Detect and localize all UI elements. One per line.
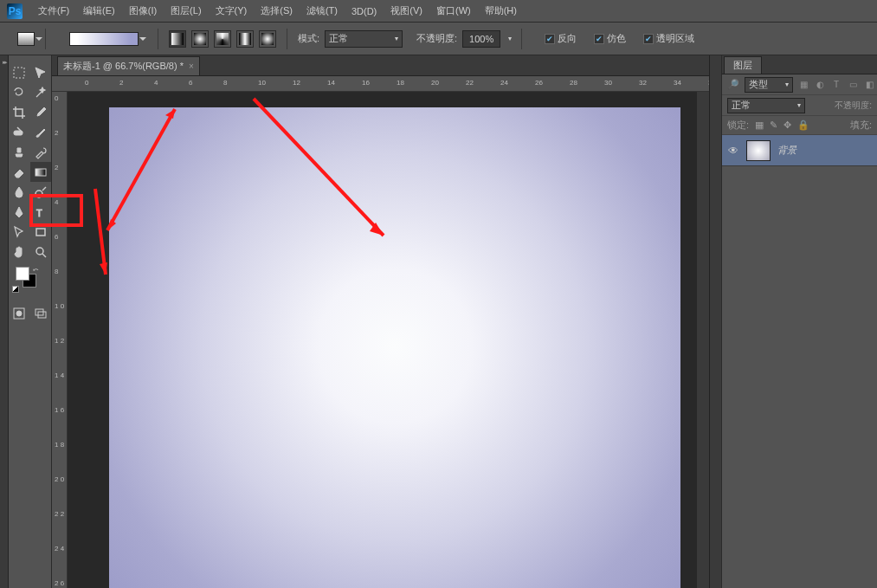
layer-thumbnail[interactable] xyxy=(746,140,771,161)
dodge-tool[interactable] xyxy=(30,182,52,202)
ruler-origin[interactable] xyxy=(52,76,68,92)
lock-move-icon[interactable]: ✥ xyxy=(783,120,791,131)
quick-mask-tool[interactable] xyxy=(9,303,30,323)
path-select-tool[interactable] xyxy=(9,222,30,242)
menu-help[interactable]: 帮助(H) xyxy=(478,1,524,21)
gradient-radial-button[interactable] xyxy=(191,30,209,48)
photoshop-logo-icon: Ps xyxy=(7,3,23,19)
menu-image[interactable]: 图像(I) xyxy=(122,1,164,21)
menu-filter[interactable]: 滤镜(T) xyxy=(300,1,345,21)
blend-mode-select[interactable]: 正常 xyxy=(325,30,403,48)
layer-filter-icons: ▦ ◐ T ▭ ◧ xyxy=(798,80,874,90)
menu-type[interactable]: 文字(Y) xyxy=(209,1,255,21)
right-panels: 图层 🔎 类型 ▦ ◐ T ▭ ◧ 正常 不透明度: 锁定: ▦ xyxy=(721,55,877,588)
history-brush-tool[interactable] xyxy=(30,142,52,162)
document-tab-title: 未标题-1 @ 66.7%(RGB/8) * xyxy=(63,60,184,73)
color-swatches[interactable]: ⤺ xyxy=(16,267,37,291)
eraser-tool[interactable] xyxy=(9,162,30,182)
rect-marquee-tool[interactable] xyxy=(9,62,30,82)
default-colors-icon[interactable] xyxy=(12,286,19,293)
diamond-gradient-icon xyxy=(261,33,274,45)
vertical-scrollbar[interactable] xyxy=(697,92,709,588)
options-bar: 模式: 正常 不透明度: 100% ✔反向 ✔仿色 ✔透明区域 xyxy=(0,23,877,55)
layer-opacity-label: 不透明度: xyxy=(835,100,872,112)
lock-all-icon[interactable]: 🔒 xyxy=(797,120,809,131)
spot-heal-tool[interactable] xyxy=(9,122,30,142)
mode-label: 模式: xyxy=(298,32,319,45)
gradient-picker[interactable] xyxy=(69,32,139,46)
layer-blend-select[interactable]: 正常 xyxy=(727,98,805,113)
lasso-tool[interactable] xyxy=(9,82,30,102)
gradient-tool[interactable] xyxy=(30,162,52,182)
filter-pixel-icon[interactable]: ▦ xyxy=(798,80,809,90)
svg-point-8 xyxy=(16,311,22,316)
blur-tool[interactable] xyxy=(9,182,30,202)
canvas-viewport[interactable] xyxy=(68,92,709,588)
horizontal-ruler[interactable]: 024681012141618202224262830323436 xyxy=(68,76,709,92)
zoom-tool[interactable] xyxy=(30,242,52,262)
filter-shape-icon[interactable]: ▭ xyxy=(848,80,858,90)
canvas[interactable] xyxy=(109,107,680,588)
svg-rect-2 xyxy=(35,169,46,176)
layer-row[interactable]: 👁 背景 xyxy=(722,135,877,166)
lock-brush-icon[interactable]: ✎ xyxy=(770,120,777,131)
document-tabs: 未标题-1 @ 66.7%(RGB/8) * × xyxy=(52,55,709,76)
document-area: 未标题-1 @ 66.7%(RGB/8) * × 0224681 01 21 4… xyxy=(52,55,709,588)
filter-type-icon[interactable]: T xyxy=(831,80,842,90)
filter-adjust-icon[interactable]: ◐ xyxy=(815,80,825,90)
layer-filter-select[interactable]: 类型 xyxy=(745,77,793,93)
close-tab-icon[interactable]: × xyxy=(189,61,194,71)
collapsed-panel-strip[interactable] xyxy=(0,55,9,588)
dither-checkbox[interactable]: ✔仿色 xyxy=(594,32,626,45)
menu-bar: Ps 文件(F) 编辑(E) 图像(I) 图层(L) 文字(Y) 选择(S) 滤… xyxy=(0,0,877,23)
crop-tool[interactable] xyxy=(9,102,30,122)
menu-edit[interactable]: 编辑(E) xyxy=(76,1,122,21)
svg-marker-17 xyxy=(100,262,107,275)
linear-gradient-icon xyxy=(171,33,184,45)
svg-text:T: T xyxy=(36,208,42,218)
gradient-angle-button[interactable] xyxy=(214,30,231,48)
filter-smart-icon[interactable]: ◧ xyxy=(864,80,874,90)
screen-mode-tool[interactable] xyxy=(30,303,52,323)
search-icon: 🔎 xyxy=(727,79,739,90)
document-tab[interactable]: 未标题-1 @ 66.7%(RGB/8) * × xyxy=(57,56,200,75)
clone-stamp-tool[interactable] xyxy=(9,142,30,162)
move-tool[interactable] xyxy=(30,62,52,82)
layer-name[interactable]: 背景 xyxy=(777,144,796,157)
opacity-input[interactable]: 100% xyxy=(462,30,500,48)
swap-colors-icon[interactable]: ⤺ xyxy=(33,266,39,274)
layers-panel-tab[interactable]: 图层 xyxy=(724,56,762,74)
menu-view[interactable]: 视图(V) xyxy=(384,1,429,21)
tools-panel: T ⤺ xyxy=(9,55,52,588)
brush-tool[interactable] xyxy=(30,122,52,142)
gradient-diamond-button[interactable] xyxy=(259,30,276,48)
transparency-checkbox[interactable]: ✔透明区域 xyxy=(643,32,694,45)
rectangle-tool[interactable] xyxy=(30,222,52,242)
type-tool[interactable]: T xyxy=(30,202,52,222)
svg-point-3 xyxy=(35,191,42,197)
foreground-color-swatch[interactable] xyxy=(16,267,29,281)
gradient-reflected-button[interactable] xyxy=(236,30,254,48)
magic-wand-tool[interactable] xyxy=(30,82,52,102)
pen-tool[interactable] xyxy=(9,202,30,222)
menu-layer[interactable]: 图层(L) xyxy=(164,1,208,21)
angle-gradient-icon xyxy=(216,33,229,45)
hand-tool[interactable] xyxy=(9,242,30,262)
svg-line-16 xyxy=(95,189,106,275)
reverse-checkbox[interactable]: ✔反向 xyxy=(545,32,577,45)
gradient-linear-button[interactable] xyxy=(169,30,186,48)
svg-rect-0 xyxy=(14,68,24,78)
lock-label: 锁定: xyxy=(727,119,749,132)
panel-dock-strip[interactable] xyxy=(709,55,721,588)
svg-point-6 xyxy=(36,248,43,255)
menu-window[interactable]: 窗口(W) xyxy=(429,1,478,21)
menu-select[interactable]: 选择(S) xyxy=(254,1,300,21)
menu-file[interactable]: 文件(F) xyxy=(31,1,76,21)
eyedropper-tool[interactable] xyxy=(30,102,52,122)
tool-preset-picker[interactable] xyxy=(17,32,35,46)
visibility-toggle-icon[interactable]: 👁 xyxy=(727,145,739,157)
svg-rect-5 xyxy=(36,229,45,236)
menu-3d[interactable]: 3D(D) xyxy=(345,3,384,20)
lock-transparency-icon[interactable]: ▦ xyxy=(755,120,764,131)
vertical-ruler[interactable]: 0224681 01 21 41 61 82 02 22 42 6 xyxy=(52,92,68,588)
